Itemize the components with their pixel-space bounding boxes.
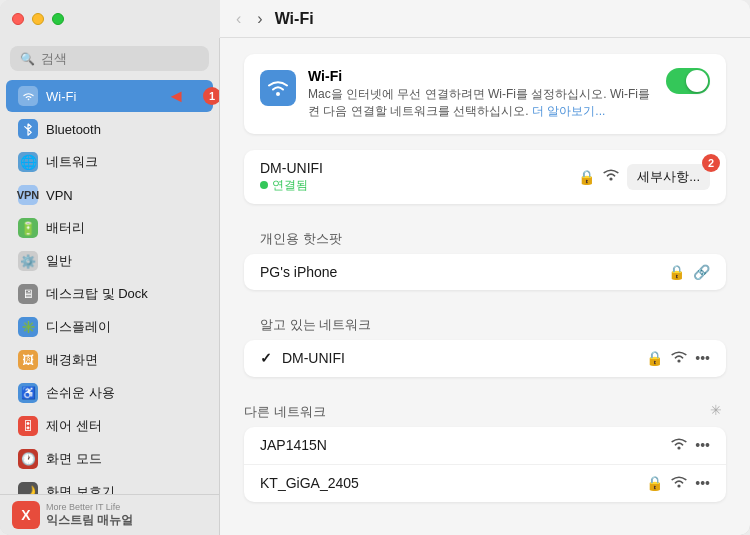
sidebar-item-label: 배경화면 (46, 351, 98, 369)
other-wifi-icon-1 (671, 437, 687, 454)
desktop-icon: 🖥 (18, 284, 38, 304)
sidebar-item-label: 데스크탑 및 Dock (46, 285, 148, 303)
hotspot-card: PG's iPhone 🔒 🔗 (244, 254, 726, 290)
battery-icon: 🔋 (18, 218, 38, 238)
sidebar-item-label: 네트워크 (46, 153, 98, 171)
sidebar-item-label: Bluetooth (46, 122, 101, 137)
connected-label: 연결됨 (260, 177, 578, 194)
hotspot-link-icon: 🔗 (693, 264, 710, 280)
search-input[interactable] (41, 51, 199, 66)
sidebar-item-battery[interactable]: 🔋 배터리 (6, 212, 213, 244)
display-icon: ✳️ (18, 317, 38, 337)
sidebar-item-label: Wi-Fi (46, 89, 76, 104)
sidebar-item-bluetooth[interactable]: Bluetooth (6, 113, 213, 145)
sidebar-item-label: 화면 보호기 (46, 483, 115, 494)
other-more-icon-1: ••• (695, 437, 710, 453)
svg-point-4 (678, 484, 681, 487)
sidebar-item-label: 디스플레이 (46, 318, 111, 336)
accessibility-icon: ♿ (18, 383, 38, 403)
sidebar-item-wifi[interactable]: Wi-Fi ◄ 1 (6, 80, 213, 112)
badge-2: 2 (702, 154, 720, 172)
bottom-logo: X More Better IT Life 익스트림 매뉴얼 (0, 494, 219, 535)
wifi-header-card: Wi-Fi Mac을 인터넷에 무선 연결하려면 Wi-Fi를 설정하십시오. … (244, 54, 726, 134)
sidebar-item-screentime[interactable]: 🕐 화면 모드 (6, 443, 213, 475)
hotspot-row: PG's iPhone 🔒 🔗 (244, 254, 726, 290)
sidebar-item-display[interactable]: ✳️ 디스플레이 (6, 311, 213, 343)
learn-more-link[interactable]: 더 알아보기... (532, 104, 605, 118)
badge-1: 1 (203, 87, 219, 105)
svg-point-2 (678, 359, 681, 362)
main-content: ‹ › Wi-Fi Wi-Fi Mac을 인터넷에 무선 연결하려면 Wi-Fi… (220, 0, 750, 535)
other-network-icons-2: 🔒 ••• (646, 475, 710, 492)
hotspot-lock-icon: 🔒 (668, 264, 685, 280)
other-more-icon-2: ••• (695, 475, 710, 491)
traffic-light-red[interactable] (12, 13, 24, 25)
sidebar-item-wallpaper[interactable]: 🖼 배경화면 (6, 344, 213, 376)
wifi-description-text: Mac을 인터넷에 무선 연결하려면 Wi-Fi를 설정하십시오. Wi-Fi를… (308, 86, 654, 120)
search-bar[interactable]: 🔍 (10, 46, 209, 71)
other-networks-label: 다른 네트워크 (244, 393, 342, 427)
other-network-row-1: JAP1415N ••• (244, 427, 726, 465)
known-wifi-icon (671, 350, 687, 367)
arrow-indicator: ◄ (167, 86, 185, 107)
svg-point-1 (610, 177, 613, 180)
wifi-icon (18, 86, 38, 106)
known-network-icons: 🔒 ••• (646, 350, 710, 367)
network-row-connected: DM-UNIFI 연결됨 🔒 (244, 150, 726, 204)
other-networks-card: JAP1415N ••• KT_GiGA_2405 (244, 427, 726, 502)
known-network-row: ✓ DM-UNIFI 🔒 ••• (244, 340, 726, 377)
network-icons-connected: 🔒 세부사항... 2 (578, 164, 710, 190)
vpn-icon: VPN (18, 185, 38, 205)
back-button[interactable]: ‹ (232, 8, 245, 30)
sidebar-item-focus[interactable]: 🌙 화면 보호기 (6, 476, 213, 494)
sidebar-list: Wi-Fi ◄ 1 Bluetooth 🌐 네트워크 VPN VPN (0, 79, 219, 494)
sidebar-item-label: 제어 센터 (46, 417, 102, 435)
other-lock-icon-2: 🔒 (646, 475, 663, 491)
focus-icon: 🌙 (18, 482, 38, 494)
page-title: Wi-Fi (275, 10, 314, 28)
sidebar-item-vpn[interactable]: VPN VPN (6, 179, 213, 211)
known-lock-icon: 🔒 (646, 350, 663, 366)
svg-point-3 (678, 446, 681, 449)
wifi-signal-icon (603, 168, 619, 185)
current-network-card: DM-UNIFI 연결됨 🔒 (244, 150, 726, 204)
sidebar-item-label: 화면 모드 (46, 450, 102, 468)
sidebar-item-desktop[interactable]: 🖥 데스크탑 및 Dock (6, 278, 213, 310)
known-network-name: ✓ DM-UNIFI (260, 350, 646, 366)
sidebar-item-control[interactable]: 🎛 제어 센터 (6, 410, 213, 442)
other-wifi-icon-2 (671, 475, 687, 492)
wallpaper-icon: 🖼 (18, 350, 38, 370)
spinner-icon: ✳︎ (710, 402, 722, 418)
sidebar: 🔍 Wi-Fi ◄ 1 (0, 0, 220, 535)
other-network-name-2: KT_GiGA_2405 (260, 475, 646, 491)
main-body: Wi-Fi Mac을 인터넷에 무선 연결하려면 Wi-Fi를 설정하십시오. … (220, 38, 750, 535)
checkmark-icon: ✓ (260, 350, 272, 366)
hotspot-icons: 🔒 🔗 (668, 264, 710, 280)
known-networks-label: 알고 있는 네트워크 (244, 306, 726, 340)
sidebar-item-label: 손쉬운 사용 (46, 384, 115, 402)
sidebar-item-network[interactable]: 🌐 네트워크 (6, 146, 213, 178)
network-name-connected: DM-UNIFI 연결됨 (260, 160, 578, 194)
other-network-icons-1: ••• (671, 437, 710, 454)
sidebar-item-label: 일반 (46, 252, 72, 270)
other-network-name-1: JAP1415N (260, 437, 671, 453)
traffic-light-green[interactable] (52, 13, 64, 25)
control-icon: 🎛 (18, 416, 38, 436)
known-more-icon: ••• (695, 350, 710, 366)
sidebar-item-general[interactable]: ⚙️ 일반 (6, 245, 213, 277)
logo-text: More Better IT Life 익스트림 매뉴얼 (46, 502, 133, 529)
wifi-toggle[interactable] (666, 68, 710, 94)
sidebar-item-label: VPN (46, 188, 73, 203)
detail-button[interactable]: 세부사항... (627, 164, 710, 190)
sidebar-item-label: 배터리 (46, 219, 85, 237)
wifi-description: Wi-Fi Mac을 인터넷에 무선 연결하려면 Wi-Fi를 설정하십시오. … (308, 68, 654, 120)
other-network-row-2: KT_GiGA_2405 🔒 ••• (244, 465, 726, 502)
traffic-light-yellow[interactable] (32, 13, 44, 25)
screentime-icon: 🕐 (18, 449, 38, 469)
sidebar-item-accessibility[interactable]: ♿ 손쉬운 사용 (6, 377, 213, 409)
wifi-big-icon (260, 70, 296, 106)
hotspot-name: PG's iPhone (260, 264, 668, 280)
forward-button[interactable]: › (253, 8, 266, 30)
hotspot-section-label: 개인용 핫스팟 (244, 220, 726, 254)
lock-icon: 🔒 (578, 169, 595, 185)
